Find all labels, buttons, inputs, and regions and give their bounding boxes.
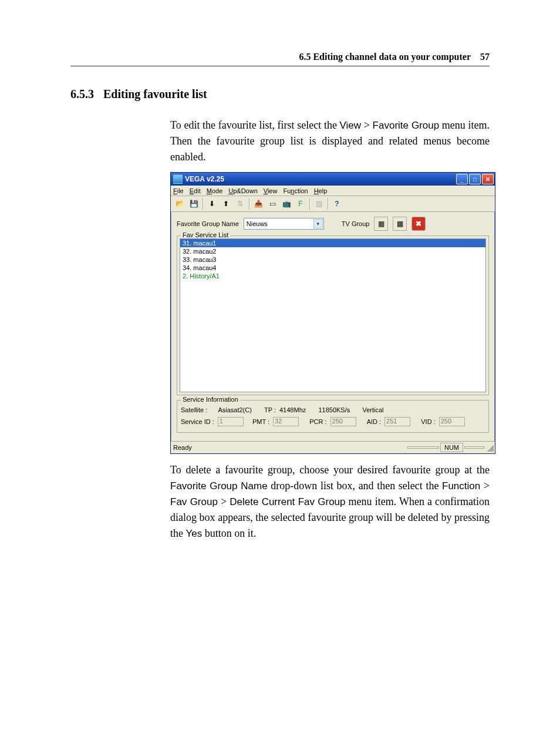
menu-function[interactable]: Function	[283, 187, 308, 194]
service-info-group: Service Information Satellite : Asiasat2…	[177, 400, 489, 433]
service-info-legend: Service Information	[181, 396, 240, 403]
intro-paragraph: To edit the favourite list, first select…	[170, 117, 490, 165]
section-number: 6.5.3	[70, 88, 94, 101]
vid-label: VID :	[421, 418, 435, 425]
help-icon[interactable]: ?	[330, 197, 343, 210]
fav-service-list-group: Fav Service List 31. macau132. macau233.…	[177, 235, 489, 395]
open-icon[interactable]: 📂	[173, 197, 186, 210]
fav-group-name-label: Favorite Group Name	[177, 220, 239, 227]
satellite-value: Asiasat2(C)	[218, 406, 251, 413]
maximize-button[interactable]: □	[469, 174, 481, 184]
header-section: 6.5 Editing channel data on your compute…	[299, 52, 471, 62]
app-icon	[173, 174, 183, 184]
service-id-field: 1	[218, 417, 244, 426]
tool-icon-2[interactable]: ▭	[266, 197, 279, 210]
list-item[interactable]: 32. macau2	[180, 247, 485, 255]
statusbar: Ready NUM	[171, 441, 495, 453]
section-heading: 6.5.3 Editing favourite list	[70, 88, 490, 101]
titlebar: VEGA v2.25 _ □ ✕	[171, 173, 495, 186]
menu-mode[interactable]: Mode	[207, 187, 223, 194]
pcr-label: PCR :	[309, 418, 326, 425]
tv-group-button-2[interactable]: ▩	[393, 217, 407, 231]
section-title: Editing favourite list	[103, 88, 207, 101]
list-item[interactable]: 34. macau4	[180, 264, 485, 272]
upload-icon[interactable]: ⬆	[220, 197, 232, 210]
status-cell-empty	[407, 446, 439, 449]
resize-grip-icon[interactable]	[485, 443, 494, 452]
status-num: NUM	[440, 443, 463, 452]
outro-paragraph: To delete a favourite group, choose your…	[170, 462, 490, 541]
rate-value: 11850KS/s	[318, 406, 350, 413]
pmt-label: PMT :	[252, 418, 269, 425]
status-cell-empty-2	[464, 446, 484, 449]
tv-group-label: TV Group	[342, 220, 370, 227]
fav-group-name-dropdown[interactable]: Nieuws ▼	[244, 218, 324, 230]
minimize-button[interactable]: _	[456, 174, 468, 184]
tp-value: 4148Mhz	[279, 406, 306, 413]
save-icon[interactable]: 💾	[187, 197, 200, 210]
delete-button[interactable]: ✖	[411, 217, 426, 231]
service-id-label: Service ID :	[181, 418, 214, 425]
vid-field: 250	[439, 417, 465, 426]
chevron-down-icon[interactable]: ▼	[313, 219, 323, 228]
dropdown-value: Nieuws	[247, 220, 268, 227]
status-ready: Ready	[173, 444, 192, 451]
fav-service-listbox[interactable]: 31. macau132. macau233. macau334. macau4…	[180, 238, 486, 392]
list-item[interactable]: 33. macau3	[180, 255, 485, 264]
menu-file[interactable]: File	[173, 187, 184, 194]
pcr-field: 250	[330, 417, 356, 426]
download-icon[interactable]: ⬇	[205, 197, 218, 210]
aid-label: AID :	[367, 418, 381, 425]
fav-service-list-legend: Fav Service List	[181, 231, 230, 238]
tool-icon-4[interactable]: ▤	[312, 197, 325, 210]
menu-edit[interactable]: Edit	[190, 187, 201, 194]
window-title: VEGA v2.25	[185, 175, 224, 183]
page-number: 57	[480, 52, 490, 62]
aid-field: 251	[384, 417, 410, 426]
tp-label: TP :	[264, 406, 276, 413]
menubar: File Edit Mode Up&Down View Function Hel…	[171, 186, 495, 196]
fav-icon[interactable]: F	[294, 197, 307, 210]
tool-icon-1[interactable]: 📥	[252, 197, 265, 210]
satellite-label: Satellite :	[181, 406, 207, 413]
sync-icon[interactable]: ⇅	[234, 197, 247, 210]
menu-updown[interactable]: Up&Down	[228, 187, 258, 194]
toolbar: 📂 💾 ⬇ ⬆ ⇅ 📥 ▭ 📺 F ▤ ?	[171, 196, 495, 212]
running-header: 6.5 Editing channel data on your compute…	[70, 52, 490, 66]
tool-icon-3[interactable]: 📺	[280, 197, 293, 210]
menu-view[interactable]: View	[264, 187, 278, 194]
app-window: VEGA v2.25 _ □ ✕ File Edit Mode Up&Down …	[170, 172, 495, 454]
list-item[interactable]: 31. macau1	[180, 239, 485, 247]
tv-group-button-1[interactable]: ▦	[374, 217, 388, 231]
list-item[interactable]: 2. History/A1	[180, 272, 485, 280]
close-button[interactable]: ✕	[482, 174, 494, 184]
polarization-value: Vertical	[362, 406, 383, 413]
pmt-field: 32	[273, 417, 299, 426]
menu-help[interactable]: Help	[314, 187, 328, 194]
